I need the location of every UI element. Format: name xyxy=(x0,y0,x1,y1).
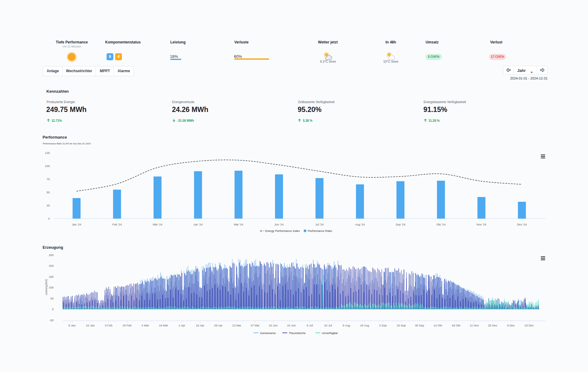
svg-text:250: 250 xyxy=(49,253,54,257)
svg-text:8 Jan: 8 Jan xyxy=(69,324,76,327)
svg-text:Okt '24: Okt '24 xyxy=(436,223,446,226)
svg-text:28 Okt: 28 Okt xyxy=(452,324,460,327)
svg-text:22 Jan: 22 Jan xyxy=(86,324,95,327)
svg-text:Jun '24: Jun '24 xyxy=(274,223,284,226)
svg-text:50: 50 xyxy=(50,297,54,300)
svg-text:100: 100 xyxy=(49,286,54,289)
svg-text:0: 0 xyxy=(52,307,54,311)
svg-text:2 Sep: 2 Sep xyxy=(379,324,387,327)
svg-text:11 Nov: 11 Nov xyxy=(470,324,479,327)
svg-text:27 Mai: 27 Mai xyxy=(251,324,259,327)
svg-text:Leistung [kW]: Leistung [kW] xyxy=(45,279,48,295)
svg-text:Dez '24: Dez '24 xyxy=(517,223,527,226)
svg-text:150: 150 xyxy=(49,275,54,278)
svg-text:-50: -50 xyxy=(49,318,54,322)
svg-text:24 Jun: 24 Jun xyxy=(287,324,296,327)
svg-text:200: 200 xyxy=(49,264,54,267)
svg-text:22 Jul: 22 Jul xyxy=(324,324,332,327)
svg-text:9 Dez: 9 Dez xyxy=(507,324,515,327)
svg-text:75: 75 xyxy=(47,177,50,181)
svg-text:0: 0 xyxy=(48,217,50,220)
svg-text:Theoretische: Theoretische xyxy=(289,331,306,335)
svg-text:Gemessene: Gemessene xyxy=(260,331,276,335)
svg-text:Jan '24: Jan '24 xyxy=(72,223,81,226)
svg-text:5 Aug: 5 Aug xyxy=(343,324,350,327)
svg-text:1 Apr: 1 Apr xyxy=(179,324,185,327)
svg-text:13 Mai: 13 Mai xyxy=(232,324,241,327)
svg-text:16 Sep: 16 Sep xyxy=(397,324,406,327)
svg-text:8 Jul: 8 Jul xyxy=(307,324,313,327)
svg-text:15 Apr: 15 Apr xyxy=(196,324,204,327)
svg-text:5 Feb: 5 Feb xyxy=(105,324,112,327)
svg-text:30 Sep: 30 Sep xyxy=(415,324,424,327)
svg-text:10 Jun: 10 Jun xyxy=(269,324,278,327)
svg-text:50: 50 xyxy=(47,191,50,194)
svg-text:Mai '24: Mai '24 xyxy=(234,223,243,226)
svg-text:23 Dez: 23 Dez xyxy=(525,324,534,327)
svg-text:Apr '24: Apr '24 xyxy=(194,223,203,226)
svg-text:Performance Ratio: Performance Ratio xyxy=(308,229,332,232)
svg-text:29 Apr: 29 Apr xyxy=(214,324,222,327)
svg-text:Unverfügbar: Unverfügbar xyxy=(322,331,338,335)
svg-text:Sep '24: Sep '24 xyxy=(396,223,405,226)
svg-text:125: 125 xyxy=(45,151,50,154)
svg-text:Feb '24: Feb '24 xyxy=(112,223,122,226)
svg-text:19 Feb: 19 Feb xyxy=(123,324,132,327)
svg-text:Jul '24: Jul '24 xyxy=(315,223,324,226)
svg-text:100: 100 xyxy=(45,164,50,168)
svg-text:Aug '24: Aug '24 xyxy=(355,223,365,226)
svg-text:14 Okt: 14 Okt xyxy=(433,324,442,327)
svg-text:Energy Performance Index: Energy Performance Index xyxy=(265,229,300,232)
svg-text:25: 25 xyxy=(47,204,50,207)
svg-text:25 Nov: 25 Nov xyxy=(488,324,497,327)
svg-text:4 Mär: 4 Mär xyxy=(141,324,149,327)
svg-text:19 Aug: 19 Aug xyxy=(360,324,369,327)
svg-text:Mär '24: Mär '24 xyxy=(153,223,162,226)
svg-text:Nov '24: Nov '24 xyxy=(477,223,486,226)
svg-text:18 Mär: 18 Mär xyxy=(159,324,168,327)
